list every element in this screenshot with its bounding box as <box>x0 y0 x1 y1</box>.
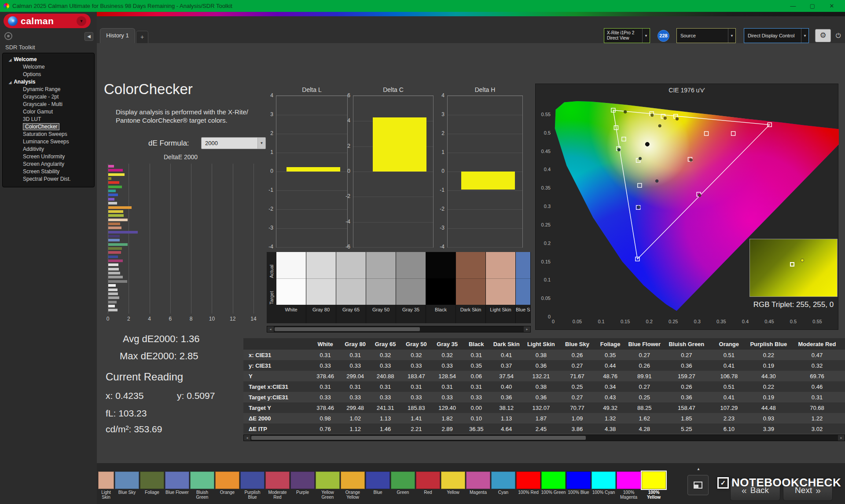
scrollbar-thumb[interactable] <box>251 436 586 440</box>
sidebar-item-colorchecker[interactable]: ColorChecker <box>3 123 94 131</box>
table-cell: 0.35 <box>462 360 490 371</box>
close-button[interactable]: ✕ <box>822 0 841 12</box>
sidebar-item-saturation-sweeps[interactable]: Saturation Sweeps <box>3 131 94 138</box>
patch-white: White <box>276 252 306 323</box>
pattern-swatch-red[interactable]: Red <box>415 471 441 500</box>
swatch-color <box>491 471 515 489</box>
sidebar-item-color-gamut[interactable]: Color Gamut <box>3 108 94 116</box>
table-cell: 0.31 <box>462 381 490 392</box>
scroll-left-icon[interactable]: ◂ <box>267 326 274 332</box>
sidebar-item-luminance-sweeps[interactable]: Luminance Sweeps <box>3 138 94 146</box>
sidebar-item-3d-lut[interactable]: 3D LUT <box>3 116 94 123</box>
table-cell: 2.23 <box>710 413 748 424</box>
sidebar-item-welcome[interactable]: ◢Welcome <box>3 56 94 63</box>
patch-label: Gray 35 <box>396 305 426 315</box>
measurement-dot <box>658 124 661 127</box>
sidebar-collapse-button[interactable]: ◀ <box>84 32 93 41</box>
source-dropdown[interactable]: Source ▼ <box>676 28 736 43</box>
pattern-swatch-100-cyan[interactable]: 100% Cyan <box>591 471 616 500</box>
axis-tick-label: 1 <box>431 149 445 155</box>
pattern-swatch-100-magenta[interactable]: 100% Magenta <box>616 471 641 500</box>
meter-dropdown[interactable]: X-Rite i1Pro 2 Direct View ▼ <box>604 28 650 43</box>
pattern-swatch-foliage[interactable]: Foliage <box>140 471 165 500</box>
deltae-bar <box>108 296 119 299</box>
swatch-color <box>140 471 164 489</box>
sidebar-item-dynamic-range[interactable]: Dynamic Range <box>3 86 94 93</box>
pattern-swatch-bluish-green[interactable]: Bluish Green <box>190 471 215 500</box>
pattern-swatch-yellow[interactable]: Yellow <box>441 471 466 500</box>
deltae-bar <box>108 305 115 307</box>
swatch-label: Cyan <box>491 490 516 495</box>
current-reading-marker <box>645 142 649 146</box>
sidebar-item-welcome[interactable]: Welcome <box>3 63 94 71</box>
pattern-swatch-blue-flower[interactable]: Blue Flower <box>165 471 190 500</box>
table-cell: 1.46 <box>370 424 400 434</box>
add-tab-button[interactable]: + <box>136 31 148 43</box>
patch-strip-scrollbar[interactable]: ◂ ▸ <box>267 326 531 332</box>
pattern-swatch-purple[interactable]: Purple <box>290 471 315 500</box>
next-button[interactable]: Next » <box>783 479 833 501</box>
sidebar-settings-button[interactable] <box>4 32 12 40</box>
pattern-swatch-100-blue[interactable]: 100% Blue <box>566 471 591 500</box>
display-control-dropdown[interactable]: Direct Display Control ▼ <box>744 28 809 43</box>
pattern-swatch-purplish-blue[interactable]: Purplish Blue <box>240 471 265 500</box>
pattern-swatch-green[interactable]: Green <box>390 471 415 500</box>
table-cell: 71.67 <box>559 371 595 381</box>
pattern-swatch-magenta[interactable]: Magenta <box>466 471 491 500</box>
table-cell: 158.47 <box>663 402 710 413</box>
pattern-window-button[interactable] <box>687 475 709 495</box>
table-cell: 4.64 <box>490 424 522 434</box>
settings-gear-button[interactable]: ⚙ <box>815 29 831 42</box>
source-label: Source <box>680 33 696 38</box>
pattern-swatch-100-green[interactable]: 100% Green <box>541 471 566 500</box>
tab-history-1[interactable]: History 1 <box>100 28 135 43</box>
sidebar-item-grayscale-2pt[interactable]: Grayscale - 2pt <box>3 93 94 101</box>
deltae-bar <box>108 301 117 303</box>
table-cell: 0.33 <box>310 360 340 371</box>
tree-item-label: Screen Angularity <box>23 161 64 167</box>
scroll-left-icon[interactable]: ◂ <box>244 435 250 441</box>
table-cell: 0.36 <box>663 360 710 371</box>
sidebar-item-grayscale-multi[interactable]: Grayscale - Multi <box>3 101 94 108</box>
pattern-swatch-orange-yellow[interactable]: Orange Yellow <box>340 471 365 500</box>
table-cell: 0.33 <box>370 360 400 371</box>
table-cell: 0.31 <box>462 350 490 360</box>
pattern-swatch-light-skin[interactable]: Light Skin <box>98 471 114 500</box>
table-cell: 299.48 <box>340 402 370 413</box>
pattern-swatch-blue[interactable]: Blue <box>365 471 390 500</box>
table-row: Target x:CIE310.310.310.310.310.310.310.… <box>243 381 845 392</box>
pattern-swatch-100-yellow[interactable]: 100% Yellow <box>641 471 666 500</box>
sidebar-item-screen-angularity[interactable]: Screen Angularity <box>3 161 94 168</box>
deltae-bar <box>108 190 116 192</box>
pattern-swatch-orange[interactable]: Orange <box>215 471 240 500</box>
pattern-swatch-blue-sky[interactable]: Blue Sky <box>114 471 140 500</box>
pattern-swatch-100-red[interactable]: 100% Red <box>516 471 541 500</box>
table-cell: 1.41 <box>400 413 432 424</box>
scroll-right-icon[interactable]: ▸ <box>524 326 530 332</box>
rgb-triplet-label: RGB Triplet: 255, 255, 0 <box>749 300 838 309</box>
sidebar-item-options[interactable]: Options <box>3 71 94 78</box>
back-button[interactable]: « Back <box>730 479 780 501</box>
sidebar-item-screen-uniformity[interactable]: Screen Uniformity <box>3 153 94 161</box>
axis-tick-label: 4 <box>337 117 350 124</box>
scrollbar-thumb[interactable] <box>275 327 420 331</box>
sidebar-item-additivity[interactable]: Additivity <box>3 146 94 153</box>
maximize-button[interactable]: ▢ <box>803 0 822 12</box>
table-scrollbar[interactable]: ◂ ▸ <box>243 435 845 441</box>
expand-footer-button[interactable]: ▴ <box>694 465 703 472</box>
scroll-right-icon[interactable]: ▸ <box>838 435 845 441</box>
sidebar-item-screen-stability[interactable]: Screen Stability <box>3 168 94 175</box>
sidebar-item-analysis[interactable]: ◢Analysis <box>3 78 94 86</box>
de-formula-select[interactable]: 2000 ▼ <box>201 137 266 149</box>
pattern-swatch-moderate-red[interactable]: Moderate Red <box>265 471 290 500</box>
calman-logo-button[interactable]: ✳ calman ▼ <box>4 14 91 28</box>
sidebar-item-spectral-power-dist[interactable]: Spectral Power Dist. <box>3 175 94 183</box>
deltae-bar <box>108 198 114 201</box>
minimize-button[interactable]: — <box>783 0 803 12</box>
power-button[interactable]: ⏻ <box>833 29 844 42</box>
axis-tick-label: 4 <box>431 92 445 99</box>
pattern-swatch-cyan[interactable]: Cyan <box>491 471 516 500</box>
logo-dropdown-icon[interactable]: ▼ <box>77 16 86 26</box>
pattern-swatch-yellow-green[interactable]: Yellow Green <box>315 471 340 500</box>
table-cell: 44.30 <box>748 371 789 381</box>
